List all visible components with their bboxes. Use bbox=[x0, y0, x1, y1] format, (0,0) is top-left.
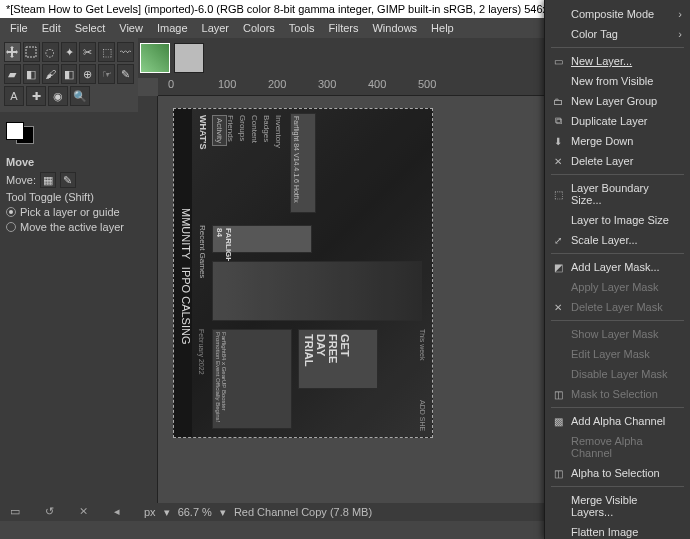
ctx-delete-layer[interactable]: ✕Delete Layer bbox=[545, 151, 690, 171]
move-label: Move: bbox=[6, 174, 36, 186]
tab-inventory: Inventory bbox=[274, 115, 283, 148]
delete-mask-icon: ✕ bbox=[551, 300, 565, 314]
tool-options-panel: Move Move: ▦ ✎ Tool Toggle (Shift) Pick … bbox=[0, 150, 138, 242]
tool-brush[interactable]: 🖌 bbox=[42, 64, 59, 84]
ctx-layer-boundary[interactable]: ⬚Layer Boundary Size... bbox=[545, 178, 690, 210]
tool-bucket[interactable]: ▰ bbox=[4, 64, 21, 84]
menu-file[interactable]: File bbox=[4, 20, 34, 36]
tool-gradient[interactable]: ◧ bbox=[23, 64, 40, 84]
tool-heal[interactable]: ✚ bbox=[26, 86, 46, 106]
ctx-delete-layer-mask: ✕Delete Layer Mask bbox=[545, 297, 690, 317]
alpha-icon: ▩ bbox=[551, 414, 565, 428]
tool-zoom[interactable]: 🔍 bbox=[70, 86, 90, 106]
window-title: *[Steam How to Get Levels] (imported)-6.… bbox=[6, 3, 607, 15]
ctx-alpha-to-selection[interactable]: ◫Alpha to Selection bbox=[545, 463, 690, 483]
ctx-edit-layer-mask: Edit Layer Mask bbox=[545, 344, 690, 364]
duplicate-icon: ⧉ bbox=[551, 114, 565, 128]
left-dock: ◌ ✦ ✂ ⬚ 〰 ▰ ◧ 🖌 ◧ ⊕ ☞ ✎ A ✚ ◉ 🔍 bbox=[0, 38, 138, 521]
folder-icon: 🗀 bbox=[551, 94, 565, 108]
ctx-flatten-image[interactable]: Flatten Image bbox=[545, 522, 690, 539]
menu-view[interactable]: View bbox=[113, 20, 149, 36]
tool-transform[interactable]: ⬚ bbox=[98, 42, 115, 62]
ctx-layer-to-image[interactable]: Layer to Image Size bbox=[545, 210, 690, 230]
ctx-new-layer-group[interactable]: 🗀New Layer Group bbox=[545, 91, 690, 111]
status-channel: Red Channel Copy (7.8 MB) bbox=[234, 506, 372, 518]
tool-lasso[interactable]: ◌ bbox=[42, 42, 59, 62]
menu-filters[interactable]: Filters bbox=[323, 20, 365, 36]
radio-move-active[interactable]: Move the active layer bbox=[6, 221, 132, 233]
mask-sel-icon: ◫ bbox=[551, 387, 565, 401]
status-zoom[interactable]: 66.7 % bbox=[178, 506, 212, 518]
tool-path[interactable]: ✎ bbox=[117, 64, 134, 84]
image-tabs: ✕ bbox=[138, 38, 608, 78]
canvas-whats-label: WHAT'S bbox=[198, 115, 208, 149]
tool-options-header: Move bbox=[6, 156, 132, 168]
menu-edit[interactable]: Edit bbox=[36, 20, 67, 36]
card-game-art bbox=[212, 261, 422, 321]
mask-icon: ◩ bbox=[551, 260, 565, 274]
date-label: February 2022 bbox=[198, 329, 205, 375]
tool-move[interactable] bbox=[4, 42, 21, 62]
ctx-disable-layer-mask: Disable Layer Mask bbox=[545, 364, 690, 384]
toolbox: ◌ ✦ ✂ ⬚ 〰 ▰ ◧ 🖌 ◧ ⊕ ☞ ✎ A ✚ ◉ 🔍 bbox=[0, 38, 138, 112]
status-unit[interactable]: px bbox=[144, 506, 156, 518]
move-mode-layer-icon[interactable]: ▦ bbox=[40, 172, 56, 188]
tool-warp[interactable]: 〰 bbox=[117, 42, 134, 62]
status-bar: px ▾ 66.7 % ▾ Red Channel Copy (7.8 MB) bbox=[138, 503, 608, 521]
add-she-label: ADD SHE bbox=[419, 400, 426, 431]
ctx-duplicate-layer[interactable]: ⧉Duplicate Layer bbox=[545, 111, 690, 131]
tab-badges: Badges bbox=[262, 115, 271, 142]
save-options-icon[interactable]: ▭ bbox=[10, 505, 24, 519]
tool-crop[interactable]: ✂ bbox=[79, 42, 96, 62]
tab-friends: Friends bbox=[226, 115, 235, 142]
ctx-add-alpha-channel[interactable]: ▩Add Alpha Channel bbox=[545, 411, 690, 431]
menu-select[interactable]: Select bbox=[69, 20, 112, 36]
menu-windows[interactable]: Windows bbox=[366, 20, 423, 36]
image-tab-1[interactable] bbox=[140, 43, 170, 73]
tool-rect-select[interactable] bbox=[23, 42, 40, 62]
color-swatches[interactable] bbox=[0, 112, 138, 150]
recent-games-label: Recent Games bbox=[198, 225, 207, 278]
ctx-composite-mode[interactable]: Composite Mode bbox=[545, 4, 690, 24]
move-mode-path-icon[interactable]: ✎ bbox=[60, 172, 76, 188]
delete-options-icon[interactable]: ⨯ bbox=[79, 505, 93, 519]
restore-options-icon[interactable]: ↺ bbox=[45, 505, 59, 519]
tool-clone[interactable]: ⊕ bbox=[79, 64, 96, 84]
boundary-icon: ⬚ bbox=[551, 187, 565, 201]
merge-down-icon: ⬇ bbox=[551, 134, 565, 148]
menu-colors[interactable]: Colors bbox=[237, 20, 281, 36]
image-tab-2[interactable] bbox=[174, 43, 204, 73]
scale-icon: ⤢ bbox=[551, 233, 565, 247]
menu-tools[interactable]: Tools bbox=[283, 20, 321, 36]
tool-toggle-label: Tool Toggle (Shift) bbox=[6, 191, 132, 203]
card-farflight84: FARLIGHT 84 bbox=[212, 225, 312, 253]
ctx-merge-down[interactable]: ⬇Merge Down bbox=[545, 131, 690, 151]
tool-smudge[interactable]: ☞ bbox=[98, 64, 115, 84]
ctx-merge-visible[interactable]: Merge Visible Layers... bbox=[545, 490, 690, 522]
ctx-add-layer-mask[interactable]: ◩Add Layer Mask... bbox=[545, 257, 690, 277]
reset-options-icon[interactable]: ◂ bbox=[114, 505, 128, 519]
canvas-wrap[interactable]: 0 100 200 300 400 500 MMUNITY IPPO CALSI… bbox=[138, 78, 608, 503]
foreground-color[interactable] bbox=[6, 122, 24, 140]
menu-help[interactable]: Help bbox=[425, 20, 460, 36]
tab-activity: Activity bbox=[212, 115, 227, 146]
ctx-mask-to-selection: ◫Mask to Selection bbox=[545, 384, 690, 404]
menu-layer[interactable]: Layer bbox=[196, 20, 236, 36]
ctx-scale-layer[interactable]: ⤢Scale Layer... bbox=[545, 230, 690, 250]
tool-eraser[interactable]: ◧ bbox=[61, 64, 78, 84]
ctx-new-layer[interactable]: ▭New Layer... bbox=[545, 51, 690, 71]
tool-text[interactable]: A bbox=[4, 86, 24, 106]
ctx-color-tag[interactable]: Color Tag bbox=[545, 24, 690, 44]
svg-rect-0 bbox=[26, 47, 36, 57]
ruler-vertical bbox=[138, 96, 158, 503]
card-farflight-hotfix: Farflight 84 V14.4.1.6 Hotfix bbox=[290, 113, 316, 213]
ctx-new-from-visible[interactable]: New from Visible bbox=[545, 71, 690, 91]
menu-image[interactable]: Image bbox=[151, 20, 194, 36]
tab-content: Content bbox=[250, 115, 259, 143]
tool-fuzzy-select[interactable]: ✦ bbox=[61, 42, 78, 62]
tool-color-picker[interactable]: ◉ bbox=[48, 86, 68, 106]
canvas[interactable]: MMUNITY IPPO CALSING WHAT'S Activity Fri… bbox=[173, 108, 433, 438]
ctx-apply-layer-mask: Apply Layer Mask bbox=[545, 277, 690, 297]
radio-pick-layer[interactable]: Pick a layer or guide bbox=[6, 206, 132, 218]
ctx-show-layer-mask: Show Layer Mask bbox=[545, 324, 690, 344]
